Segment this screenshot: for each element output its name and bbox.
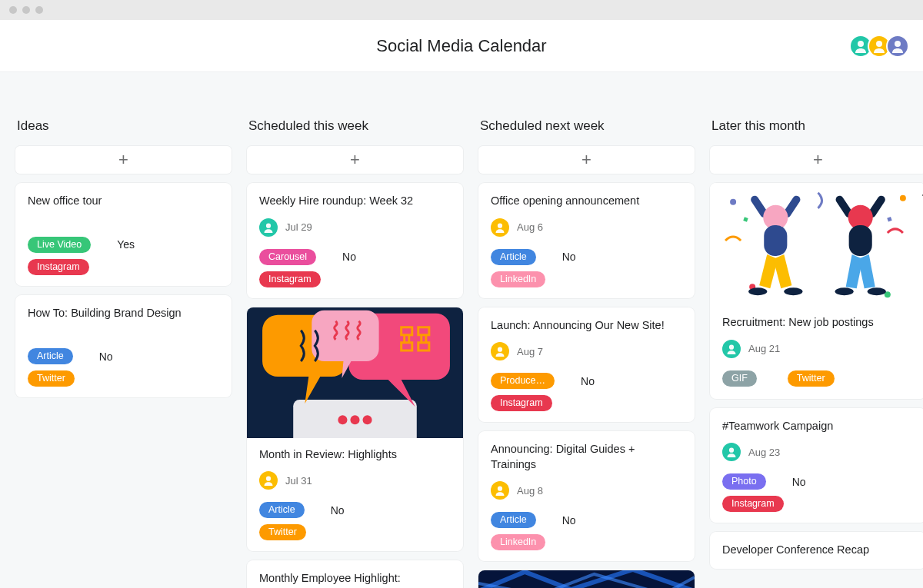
board-column: Ideas+New office tourLive VideoYesInstag… [15, 118, 232, 407]
assignee-avatar[interactable] [491, 342, 509, 360]
add-card-button[interactable]: + [478, 146, 695, 174]
board-card[interactable]: ⋯ Recruitment: New job posti [710, 183, 923, 399]
due-date: Aug 23 [748, 447, 780, 458]
traffic-light[interactable] [9, 6, 17, 14]
window-titlebar [0, 0, 923, 20]
board-card[interactable]: Launch: Announcing Our New Site!Aug 7Pro… [478, 307, 695, 423]
card-flag: No [562, 514, 576, 527]
due-date: Aug 21 [748, 343, 780, 354]
due-date: Aug 8 [517, 485, 543, 497]
assignee-avatar[interactable] [722, 443, 741, 461]
assignee-avatar[interactable] [259, 471, 278, 490]
svg-point-7 [730, 199, 736, 205]
tag[interactable]: Instagram [259, 271, 321, 287]
column-title: Scheduled this week [247, 118, 463, 134]
board-card[interactable]: Office opening announcementAug 6ArticleN… [478, 183, 695, 298]
add-card-button[interactable]: + [710, 146, 923, 174]
assignee-avatar[interactable] [491, 218, 509, 237]
card-title: Month in Review: Highlights [259, 447, 451, 463]
plus-icon: + [813, 150, 823, 170]
card-flag: No [792, 476, 806, 488]
assignee-avatar[interactable] [259, 218, 278, 237]
svg-point-15 [748, 287, 767, 295]
tag[interactable]: Article [259, 502, 305, 518]
card-title: #Teamwork Campaign [722, 419, 914, 434]
add-card-button[interactable]: + [247, 146, 463, 174]
card-title: Weekly Hire roundup: Week 32 [259, 194, 451, 209]
svg-point-2 [338, 415, 347, 424]
tag[interactable]: Produce… [491, 373, 555, 389]
tag[interactable]: Twitter [788, 370, 835, 387]
card-cover-image [247, 307, 463, 438]
board-card[interactable]: #Teamwork CampaignAug 23PhotoNoInstagram [710, 408, 923, 523]
card-title: Office opening announcement [491, 194, 682, 209]
card-cover-image [478, 570, 695, 588]
svg-rect-14 [764, 225, 787, 256]
traffic-light[interactable] [22, 6, 30, 14]
svg-rect-6 [710, 183, 923, 306]
board-card[interactable]: New office tourLive VideoYesInstagram [15, 183, 232, 286]
card-meta: Jul 31 [259, 471, 451, 490]
card-meta: Aug 23 [722, 443, 914, 461]
tag[interactable]: Live Video [28, 237, 91, 253]
tag[interactable]: Instagram [491, 395, 552, 411]
card-flag: No [99, 350, 113, 363]
traffic-light[interactable] [35, 6, 43, 14]
board-card[interactable]: Monthly Employee Highlight: [247, 560, 463, 588]
card-flag: No [581, 375, 595, 387]
svg-rect-18 [849, 225, 872, 256]
board-card[interactable]: How To: Building Brand DesignArticleNoTw… [15, 295, 232, 398]
tag[interactable]: Photo [722, 473, 766, 490]
tag[interactable]: Article [491, 249, 536, 265]
collaborator-avatar[interactable] [886, 35, 909, 58]
tag[interactable]: LinkedIn [491, 271, 545, 287]
card-meta: Aug 6 [491, 218, 682, 237]
card-flag: No [331, 504, 345, 517]
due-date: Jul 31 [285, 475, 312, 487]
card-meta: Aug 8 [491, 481, 682, 500]
card-title: Recruitment: New job postings [722, 315, 914, 331]
card-flag: No [562, 251, 576, 263]
assignee-avatar[interactable] [722, 340, 741, 358]
plus-icon: + [581, 150, 591, 170]
board-column: Scheduled next week+Office opening annou… [478, 118, 695, 588]
kanban-board: Ideas+New office tourLive VideoYesInstag… [0, 72, 923, 588]
board-card[interactable]: Month in Review: HighlightsJul 31Article… [247, 307, 463, 552]
column-title: Ideas [15, 118, 232, 134]
collaborator-avatars [854, 35, 909, 58]
card-flag: Yes [117, 238, 135, 251]
board-card[interactable]: Announcing: Digital Guides + TrainingsAu… [478, 431, 695, 561]
tag[interactable]: Article [491, 512, 536, 528]
assignee-avatar[interactable] [491, 481, 509, 500]
tag[interactable]: Instagram [722, 496, 784, 512]
add-card-button[interactable]: + [15, 146, 232, 174]
card-title: Announcing: Digital Guides + Trainings [491, 442, 682, 472]
svg-point-19 [835, 287, 854, 295]
tag[interactable]: Twitter [259, 524, 306, 540]
tag[interactable]: Carousel [259, 249, 316, 265]
tag[interactable]: Article [28, 348, 73, 364]
column-title: Scheduled next week [478, 118, 695, 134]
board-card[interactable] [478, 570, 695, 588]
plus-icon: + [118, 150, 128, 170]
tag[interactable]: LinkedIn [491, 534, 545, 550]
tag[interactable]: Instagram [28, 259, 89, 275]
svg-point-4 [363, 415, 372, 424]
card-title: Developer Conference Recap [722, 543, 914, 558]
card-title: Launch: Announcing Our New Site! [491, 318, 682, 334]
card-cover-image [710, 183, 923, 306]
card-title: New office tour [28, 194, 219, 209]
tag[interactable]: Twitter [28, 370, 75, 387]
tag[interactable]: GIF [722, 370, 757, 387]
page-title: Social Media Calendar [376, 36, 546, 56]
card-flag: No [342, 251, 356, 263]
card-meta: Aug 7 [491, 342, 682, 360]
svg-point-20 [868, 287, 886, 295]
plus-icon: + [350, 150, 360, 170]
svg-point-3 [350, 415, 359, 424]
column-title: Later this month [710, 118, 923, 134]
board-card[interactable]: Weekly Hire roundup: Week 32Jul 29Carous… [247, 183, 463, 298]
board-column: Scheduled this week+Weekly Hire roundup:… [247, 118, 463, 588]
due-date: Aug 7 [517, 346, 543, 357]
board-card[interactable]: Developer Conference Recap [710, 532, 923, 569]
